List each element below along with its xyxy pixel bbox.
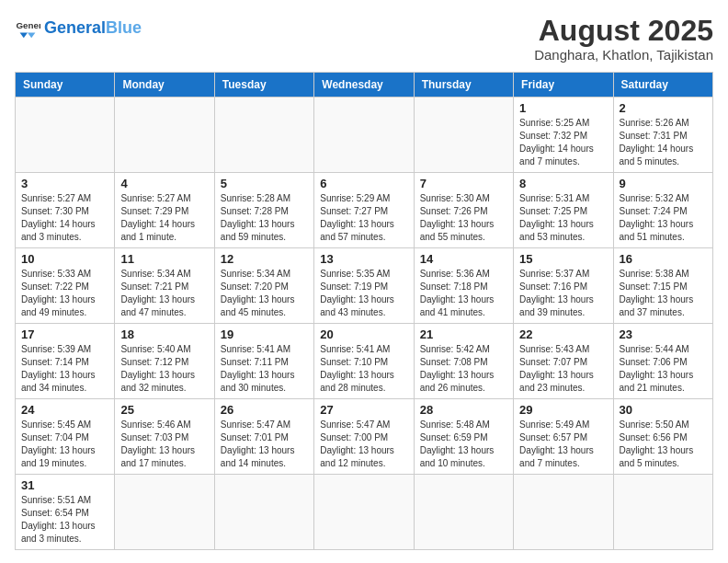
day-info: Sunrise: 5:29 AMSunset: 7:27 PMDaylight:… [320,192,407,244]
day-info: Sunrise: 5:26 AMSunset: 7:31 PMDaylight:… [620,117,707,168]
day-info: Sunrise: 5:38 AMSunset: 7:15 PMDaylight:… [620,268,707,319]
day-info: Sunrise: 5:48 AMSunset: 6:59 PMDaylight:… [420,419,507,470]
svg-text:General: General [16,20,40,30]
day-number: 29 [519,403,607,417]
calendar-cell: 29Sunrise: 5:49 AMSunset: 6:57 PMDayligh… [514,399,613,475]
day-info: Sunrise: 5:43 AMSunset: 7:07 PMDaylight:… [519,343,607,395]
day-info: Sunrise: 5:41 AMSunset: 7:10 PMDaylight:… [320,343,407,395]
col-header-saturday: Saturday [613,73,712,98]
calendar-cell: 14Sunrise: 5:36 AMSunset: 7:18 PMDayligh… [414,248,513,324]
day-number: 30 [620,403,707,417]
day-number: 6 [320,177,407,190]
calendar-cell [314,98,414,173]
day-number: 10 [21,252,108,266]
day-info: Sunrise: 5:32 AMSunset: 7:24 PMDaylight:… [620,192,707,244]
calendar-cell: 12Sunrise: 5:34 AMSunset: 7:20 PMDayligh… [214,248,313,324]
day-number: 21 [420,327,507,341]
calendar-cell: 21Sunrise: 5:42 AMSunset: 7:08 PMDayligh… [414,324,513,399]
calendar-cell: 28Sunrise: 5:48 AMSunset: 6:59 PMDayligh… [414,399,513,475]
day-number: 22 [519,327,607,341]
page-header: General GeneralBlue August 2025 Danghara… [15,15,713,63]
day-info: Sunrise: 5:50 AMSunset: 6:56 PMDaylight:… [620,419,707,470]
calendar-week-row: 1Sunrise: 5:25 AMSunset: 7:32 PMDaylight… [16,98,713,173]
day-number: 19 [221,327,308,341]
calendar-cell [16,98,115,173]
calendar-cell: 23Sunrise: 5:44 AMSunset: 7:06 PMDayligh… [613,324,712,399]
day-number: 14 [420,252,507,266]
calendar-cell: 3Sunrise: 5:27 AMSunset: 7:30 PMDaylight… [16,173,115,248]
day-number: 28 [420,403,507,417]
calendar-cell: 15Sunrise: 5:37 AMSunset: 7:16 PMDayligh… [514,248,613,324]
day-number: 3 [21,177,108,190]
col-header-thursday: Thursday [414,73,513,98]
day-number: 13 [320,252,407,266]
col-header-monday: Monday [115,73,214,98]
calendar-cell: 7Sunrise: 5:30 AMSunset: 7:26 PMDaylight… [414,173,513,248]
calendar-cell [115,98,214,173]
location-title: Danghara, Khatlon, Tajikistan [534,47,713,63]
calendar-cell: 25Sunrise: 5:46 AMSunset: 7:03 PMDayligh… [115,399,214,475]
calendar-cell: 2Sunrise: 5:26 AMSunset: 7:31 PMDaylight… [613,98,712,173]
calendar-cell [214,475,313,550]
calendar-cell [115,475,214,550]
day-info: Sunrise: 5:36 AMSunset: 7:18 PMDaylight:… [420,268,507,319]
day-number: 12 [221,252,308,266]
day-number: 16 [620,252,707,266]
day-number: 31 [21,478,108,492]
calendar-cell [514,475,613,550]
day-info: Sunrise: 5:49 AMSunset: 6:57 PMDaylight:… [519,419,607,470]
svg-marker-1 [20,33,28,39]
day-number: 18 [120,327,208,341]
day-info: Sunrise: 5:37 AMSunset: 7:16 PMDaylight:… [519,268,607,319]
day-info: Sunrise: 5:30 AMSunset: 7:26 PMDaylight:… [420,192,507,244]
day-info: Sunrise: 5:35 AMSunset: 7:19 PMDaylight:… [320,268,407,319]
calendar-cell: 5Sunrise: 5:28 AMSunset: 7:28 PMDaylight… [214,173,313,248]
calendar-cell: 6Sunrise: 5:29 AMSunset: 7:27 PMDaylight… [314,173,414,248]
day-number: 26 [221,403,308,417]
col-header-tuesday: Tuesday [214,73,313,98]
day-info: Sunrise: 5:42 AMSunset: 7:08 PMDaylight:… [420,343,507,395]
calendar-cell: 18Sunrise: 5:40 AMSunset: 7:12 PMDayligh… [115,324,214,399]
title-block: August 2025 Danghara, Khatlon, Tajikista… [534,15,713,63]
calendar-cell: 24Sunrise: 5:45 AMSunset: 7:04 PMDayligh… [16,399,115,475]
day-number: 7 [420,177,507,190]
day-number: 8 [519,177,607,190]
logo-text: GeneralBlue [44,19,142,36]
calendar-cell: 13Sunrise: 5:35 AMSunset: 7:19 PMDayligh… [314,248,414,324]
calendar-header-row: SundayMondayTuesdayWednesdayThursdayFrid… [16,73,713,98]
day-info: Sunrise: 5:47 AMSunset: 7:00 PMDaylight:… [320,419,407,470]
calendar-cell: 9Sunrise: 5:32 AMSunset: 7:24 PMDaylight… [613,173,712,248]
day-number: 20 [320,327,407,341]
calendar-table: SundayMondayTuesdayWednesdayThursdayFrid… [15,72,713,550]
col-header-sunday: Sunday [16,73,115,98]
day-info: Sunrise: 5:34 AMSunset: 7:20 PMDaylight:… [221,268,308,319]
calendar-cell: 8Sunrise: 5:31 AMSunset: 7:25 PMDaylight… [514,173,613,248]
col-header-friday: Friday [514,73,613,98]
day-info: Sunrise: 5:44 AMSunset: 7:06 PMDaylight:… [620,343,707,395]
calendar-cell: 20Sunrise: 5:41 AMSunset: 7:10 PMDayligh… [314,324,414,399]
day-number: 2 [620,101,707,115]
calendar-cell: 11Sunrise: 5:34 AMSunset: 7:21 PMDayligh… [115,248,214,324]
calendar-week-row: 31Sunrise: 5:51 AMSunset: 6:54 PMDayligh… [16,475,713,550]
day-number: 5 [221,177,308,190]
calendar-cell: 1Sunrise: 5:25 AMSunset: 7:32 PMDaylight… [514,98,613,173]
calendar-week-row: 24Sunrise: 5:45 AMSunset: 7:04 PMDayligh… [16,399,713,475]
calendar-week-row: 17Sunrise: 5:39 AMSunset: 7:14 PMDayligh… [16,324,713,399]
day-info: Sunrise: 5:31 AMSunset: 7:25 PMDaylight:… [519,192,607,244]
day-number: 1 [519,101,607,115]
day-number: 24 [21,403,108,417]
day-info: Sunrise: 5:41 AMSunset: 7:11 PMDaylight:… [221,343,308,395]
day-number: 11 [120,252,208,266]
calendar-cell [214,98,313,173]
svg-marker-2 [28,33,35,39]
calendar-cell [314,475,414,550]
calendar-cell: 26Sunrise: 5:47 AMSunset: 7:01 PMDayligh… [214,399,313,475]
day-info: Sunrise: 5:27 AMSunset: 7:30 PMDaylight:… [21,192,108,244]
day-number: 4 [120,177,208,190]
day-info: Sunrise: 5:40 AMSunset: 7:12 PMDaylight:… [120,343,208,395]
day-number: 9 [620,177,707,190]
calendar-cell: 19Sunrise: 5:41 AMSunset: 7:11 PMDayligh… [214,324,313,399]
calendar-cell [414,98,513,173]
day-info: Sunrise: 5:34 AMSunset: 7:21 PMDaylight:… [120,268,208,319]
calendar-cell: 31Sunrise: 5:51 AMSunset: 6:54 PMDayligh… [16,475,115,550]
